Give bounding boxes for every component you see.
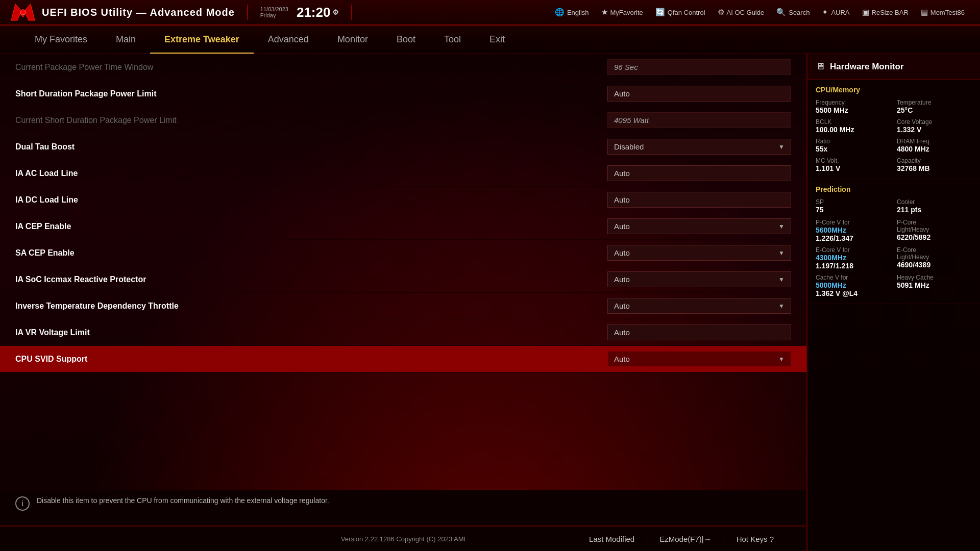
label-cpu-svid: CPU SVID Support — [15, 355, 607, 364]
hw-label-temperature: Temperature — [897, 99, 972, 106]
value-ia-vr-voltage[interactable]: Auto — [607, 324, 791, 340]
row-cpu-svid[interactable]: CPU SVID Support Auto ▼ — [0, 346, 806, 372]
value-pkg-power-time: 96 Sec — [607, 59, 791, 75]
hw-value-cache-v: 1.362 V @L4 — [816, 289, 891, 297]
label-ia-ac-load: IA AC Load Line — [15, 169, 607, 178]
hw-label-pcore-lh2: Light/Heavy — [897, 226, 972, 233]
nav-resizebar[interactable]: ▣ ReSize BAR — [857, 6, 914, 19]
nav-qfan[interactable]: 🔄 Qfan Control — [650, 6, 710, 19]
row-dual-tau-boost[interactable]: Dual Tau Boost Disabled ▼ — [0, 134, 806, 160]
row-sa-cep-enable[interactable]: SA CEP Enable Auto ▼ — [0, 240, 806, 266]
hw-section-prediction: Prediction SP 75 Cooler 211 pts P-Core V… — [807, 179, 980, 304]
row-short-duration-pkg[interactable]: Short Duration Package Power Limit Auto — [0, 81, 806, 107]
settings-icon[interactable]: ⚙ — [332, 9, 339, 16]
value-ia-dc-load[interactable]: Auto — [607, 192, 791, 208]
fan-icon: 🔄 — [655, 8, 665, 17]
hw-value-pcore-v: 1.226/1.347 — [816, 234, 891, 242]
label-short-duration-pkg: Short Duration Package Power Limit — [15, 89, 607, 98]
row-ia-vr-voltage[interactable]: IA VR Voltage Limit Auto — [0, 319, 806, 346]
menu-bar: My Favorites Main Extreme Tweaker Advanc… — [0, 26, 980, 54]
menu-tool[interactable]: Tool — [430, 26, 475, 54]
hw-value-cooler: 211 pts — [897, 206, 972, 214]
content-area: Current Package Power Time Window 96 Sec… — [0, 54, 980, 551]
hw-value-sp: 75 — [816, 206, 891, 214]
date-display: 11/03/2023 Friday — [260, 6, 288, 18]
hw-item-frequency: Frequency 5500 MHz — [816, 99, 891, 114]
hw-grid-cache: Cache V for 5000MHz 1.362 V @L4 Heavy Ca… — [816, 274, 972, 297]
bios-title: UEFI BIOS Utility — Advanced Mode — [42, 7, 235, 18]
hw-item-pcore-v: P-Core V for 5600MHz 1.226/1.347 — [816, 219, 891, 242]
hw-value-mc-volt: 1.101 V — [816, 164, 891, 172]
hw-value-ecore-lh: 4690/4389 — [897, 261, 972, 269]
value-current-short-duration: 4095 Watt — [607, 112, 791, 128]
nav-memtest[interactable]: ▤ MemTest86 — [916, 6, 970, 19]
menu-exit[interactable]: Exit — [475, 26, 519, 54]
menu-boot[interactable]: Boot — [382, 26, 430, 54]
hw-label-dram-freq: DRAM Freq. — [897, 138, 972, 145]
hw-value-cache-freq: 5000MHz — [816, 281, 891, 289]
hw-value-ecore-v: 1.197/1.218 — [816, 262, 891, 270]
nav-myfavorite[interactable]: ★ MyFavorite — [596, 6, 648, 19]
menu-extreme-tweaker[interactable]: Extreme Tweaker — [150, 26, 254, 54]
value-ia-ac-load[interactable]: Auto — [607, 165, 791, 181]
hw-value-bclk: 100.00 MHz — [816, 126, 891, 134]
header-separator — [247, 5, 248, 20]
resizebar-icon: ▣ — [862, 8, 869, 17]
nav-aura[interactable]: ✦ AURA — [817, 6, 854, 19]
nav-search[interactable]: 🔍 Search — [771, 6, 815, 19]
value-sa-cep-enable[interactable]: Auto ▼ — [607, 245, 791, 261]
hw-item-core-voltage: Core Voltage 1.332 V — [897, 118, 972, 134]
time-display: 21:20 ⚙ — [297, 6, 339, 19]
datetime-area: 11/03/2023 Friday — [260, 6, 288, 18]
last-modified-button[interactable]: Last Modified — [577, 531, 647, 547]
top-nav: 🌐 English ★ MyFavorite 🔄 Qfan Control ⚙ … — [364, 6, 970, 19]
chevron-down-icon: ▼ — [778, 356, 785, 363]
aioc-icon: ⚙ — [718, 8, 724, 17]
hot-keys-button[interactable]: Hot Keys ? — [724, 531, 786, 547]
hw-value-frequency: 5500 MHz — [816, 106, 891, 114]
menu-main[interactable]: Main — [102, 26, 150, 54]
search-icon: 🔍 — [776, 8, 786, 17]
nav-english[interactable]: 🌐 English — [550, 6, 594, 19]
hw-label-sp: SP — [816, 198, 891, 206]
value-ia-soc-iccmax[interactable]: Auto ▼ — [607, 271, 791, 287]
hw-value-core-voltage: 1.332 V — [897, 126, 972, 134]
menu-monitor[interactable]: Monitor — [323, 26, 382, 54]
hw-section-title-prediction: Prediction — [816, 185, 972, 193]
ezmode-button[interactable]: EzMode(F7)|→ — [647, 531, 724, 547]
footer-right: Last Modified EzMode(F7)|→ Hot Keys ? — [465, 531, 786, 547]
hw-label-cooler: Cooler — [897, 198, 972, 206]
row-inverse-temp[interactable]: Inverse Temperature Dependency Throttle … — [0, 293, 806, 319]
row-ia-dc-load[interactable]: IA DC Load Line Auto — [0, 187, 806, 213]
chevron-down-icon: ▼ — [778, 249, 785, 257]
value-dual-tau-boost[interactable]: Disabled ▼ — [607, 139, 791, 155]
footer: Version 2.22.1286 Copyright (C) 2023 AMI… — [0, 525, 806, 551]
row-ia-soc-iccmax[interactable]: IA SoC Iccmax Reactive Protector Auto ▼ — [0, 266, 806, 293]
value-cpu-svid[interactable]: Auto ▼ — [607, 351, 791, 367]
hw-section-title-cpu: CPU/Memory — [816, 86, 972, 94]
value-short-duration-pkg[interactable]: Auto — [607, 86, 791, 102]
row-pkg-power-time[interactable]: Current Package Power Time Window 96 Sec — [0, 54, 806, 81]
label-ia-vr-voltage: IA VR Voltage Limit — [15, 328, 607, 337]
hw-label-ecore-v-for: E-Core V for — [816, 246, 891, 254]
value-ia-cep-enable[interactable]: Auto ▼ — [607, 218, 791, 234]
globe-icon: 🌐 — [555, 8, 565, 17]
hw-item-heavy-cache: Heavy Cache 5091 MHz — [897, 274, 972, 297]
hw-monitor-title: Hardware Monitor — [830, 62, 904, 72]
row-ia-cep-enable[interactable]: IA CEP Enable Auto ▼ — [0, 213, 806, 240]
hw-item-temperature: Temperature 25°C — [897, 99, 972, 114]
hw-item-pcore-lh: P-Core Light/Heavy 6220/5892 — [897, 219, 972, 242]
row-ia-ac-load[interactable]: IA AC Load Line Auto — [0, 160, 806, 187]
chevron-down-icon: ▼ — [778, 143, 785, 151]
hw-item-mc-volt: MC Volt. 1.101 V — [816, 157, 891, 172]
label-ia-soc-iccmax: IA SoC Iccmax Reactive Protector — [15, 275, 607, 284]
hw-item-ecore-lh: E-Core Light/Heavy 4690/4389 — [897, 246, 972, 270]
nav-aioc[interactable]: ⚙ AI OC Guide — [713, 6, 770, 19]
value-inverse-temp[interactable]: Auto ▼ — [607, 298, 791, 314]
menu-my-favorites[interactable]: My Favorites — [20, 26, 102, 54]
hw-value-dram-freq: 4800 MHz — [897, 145, 972, 153]
hw-item-sp: SP 75 — [816, 198, 891, 214]
hw-item-cooler: Cooler 211 pts — [897, 198, 972, 214]
hw-label-cache-v-for: Cache V for — [816, 274, 891, 281]
menu-advanced[interactable]: Advanced — [254, 26, 323, 54]
